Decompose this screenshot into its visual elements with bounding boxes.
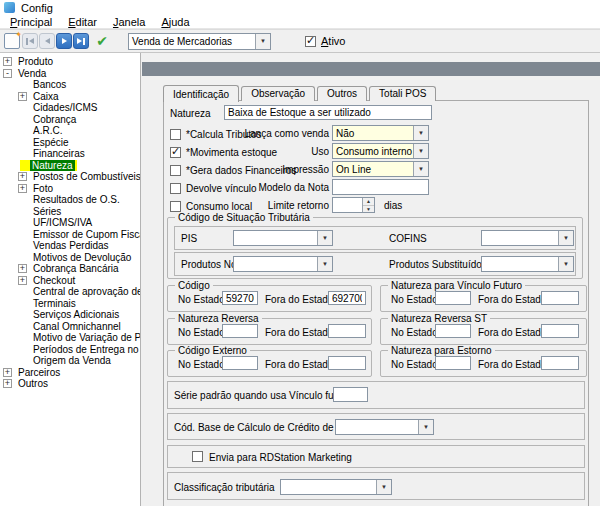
- natureza-reversa-fora-do-estado-input[interactable]: [328, 324, 366, 338]
- tree-item-series[interactable]: Séries: [0, 206, 140, 218]
- spin-up-icon[interactable]: ▲: [363, 198, 374, 206]
- ativo-checkbox[interactable]: ✓: [305, 36, 316, 47]
- chevron-down-icon[interactable]: ▼: [317, 257, 332, 271]
- consumo-local-checkbox[interactable]: ✓: [170, 201, 181, 212]
- menu-item-ajuda[interactable]: Ajuda: [153, 16, 197, 28]
- natureza-reversa-st-fora-do-estado-input[interactable]: [541, 324, 579, 338]
- modelo-da-nota-input[interactable]: [332, 179, 429, 195]
- tree-item-a-r-c[interactable]: A.R.C.: [0, 125, 140, 137]
- tree-item-resultados-de-o-s[interactable]: Resultados de O.S.: [0, 194, 140, 206]
- natureza-para-estorno-no-estado-input[interactable]: [435, 356, 471, 370]
- natureza-input[interactable]: [224, 105, 432, 120]
- tree-item-motivo-de-variacao-de-precos[interactable]: Motivo de Variação de Preços: [0, 332, 140, 344]
- produtos-normais-select[interactable]: ▼: [233, 256, 333, 272]
- calcula-tributos-checkbox[interactable]: ✓: [170, 129, 181, 140]
- impressao-select[interactable]: On Line▼: [332, 161, 429, 177]
- tree-item-origem-da-venda[interactable]: Origem da Venda: [0, 355, 140, 367]
- tree-item-motivos-de-devolucao[interactable]: Motivos de Devolução: [0, 252, 140, 264]
- serie-padrao-input[interactable]: [333, 387, 368, 402]
- tab-identificacao[interactable]: Identificação: [163, 85, 239, 102]
- classificacao-select[interactable]: ▼: [280, 479, 392, 495]
- codigo-fora-do-estado-input[interactable]: [328, 291, 366, 305]
- cofins-select[interactable]: ▼: [481, 230, 574, 246]
- spin-down-icon[interactable]: ▼: [363, 206, 374, 213]
- natureza-para-estorno-fora-do-estado-input[interactable]: [541, 356, 579, 370]
- chevron-down-icon[interactable]: ▼: [413, 126, 428, 140]
- menu-item-editar[interactable]: Editar: [60, 16, 105, 28]
- cod-base-select[interactable]: ▼: [335, 419, 434, 435]
- natureza-reversa-st-no-estado-input[interactable]: [435, 324, 471, 338]
- chevron-down-icon[interactable]: ▼: [376, 480, 391, 494]
- expand-plus-icon[interactable]: +: [18, 92, 27, 101]
- tree-item-especie[interactable]: Espécie: [0, 137, 140, 149]
- tree-item-checkout[interactable]: +Checkout: [0, 275, 140, 287]
- record-type-select[interactable]: Venda de Mercadorias ▼: [128, 33, 271, 50]
- rdstation-checkbox[interactable]: ✓: [192, 451, 203, 462]
- tree-item-postos-de-combustiveis[interactable]: +Postos de Combustíveis: [0, 171, 140, 183]
- chevron-down-icon[interactable]: ▼: [413, 144, 428, 158]
- expand-plus-icon[interactable]: +: [3, 57, 12, 66]
- tree-item-natureza[interactable]: Natureza: [0, 160, 140, 172]
- tree-item-outros[interactable]: +Outros: [0, 378, 140, 390]
- limite-retorno-spinner[interactable]: ▲▼: [332, 197, 375, 213]
- tree-item-produto[interactable]: +Produto: [0, 56, 140, 68]
- tree-item-central-de-aprovacao-de-credito[interactable]: Central de aprovação de crédito: [0, 286, 140, 298]
- chevron-down-icon[interactable]: ▼: [317, 231, 332, 245]
- devolve-vinculo-checkbox[interactable]: ✓: [170, 183, 181, 194]
- tree-item-cobranca[interactable]: Cobrança: [0, 114, 140, 126]
- codigo-no-estado-input[interactable]: [222, 291, 258, 305]
- natureza-para-vinculo-futuro-no-estado-input[interactable]: [435, 291, 471, 305]
- produtos-substituidos-select[interactable]: ▼: [481, 256, 574, 272]
- codigo-externo-fora-do-estado-input[interactable]: [328, 356, 366, 370]
- expand-plus-icon[interactable]: +: [3, 379, 12, 388]
- chevron-down-icon[interactable]: ▼: [558, 231, 573, 245]
- nav-prev-button[interactable]: [39, 33, 55, 49]
- tab-observacao[interactable]: Observação: [241, 86, 315, 101]
- tab-totali-pos[interactable]: Totali POS: [369, 86, 436, 101]
- spinner-buttons[interactable]: ▲▼: [362, 198, 374, 212]
- tree-item-parceiros[interactable]: +Parceiros: [0, 367, 140, 379]
- chevron-down-icon[interactable]: ▼: [413, 162, 428, 176]
- chevron-down-icon[interactable]: ▼: [418, 420, 433, 434]
- tree-item-financeiras[interactable]: Financeiras: [0, 148, 140, 160]
- lanca-como-venda-select[interactable]: Não▼: [332, 125, 429, 141]
- tree-item-cobranca-bancaria[interactable]: +Cobrança Bancária: [0, 263, 140, 275]
- tree-item-vendas-perdidas[interactable]: Vendas Perdidas: [0, 240, 140, 252]
- tree-item-caixa[interactable]: +Caixa: [0, 91, 140, 103]
- gera-dados-financeiros-checkbox[interactable]: ✓: [170, 165, 181, 176]
- tree-item-canal-omnichannel[interactable]: Canal Omnichannel: [0, 321, 140, 333]
- nav-last-button[interactable]: [73, 33, 89, 49]
- tree-item-uf-icms-iva[interactable]: UF/ICMS/IVA: [0, 217, 140, 229]
- expand-plus-icon[interactable]: +: [18, 172, 27, 181]
- natureza-reversa-no-estado-input[interactable]: [222, 324, 258, 338]
- nav-next-button[interactable]: [56, 33, 72, 49]
- tree-item-foto[interactable]: +Foto: [0, 183, 140, 195]
- chevron-down-icon[interactable]: ▼: [558, 257, 573, 271]
- tree-item-servicos-adicionais[interactable]: Serviços Adicionais: [0, 309, 140, 321]
- menu-item-janela[interactable]: Janela: [105, 16, 153, 28]
- tree-item-cidades-icms[interactable]: Cidades/ICMS: [0, 102, 140, 114]
- expand-plus-icon[interactable]: +: [3, 368, 12, 377]
- tree-item-terminais[interactable]: Terminais: [0, 298, 140, 310]
- tab-outros[interactable]: Outros: [317, 86, 367, 101]
- new-record-button[interactable]: ✦: [4, 33, 20, 49]
- tree-item-emissor-de-cupom-fiscal[interactable]: Emissor de Cupom Fiscal: [0, 229, 140, 241]
- nav-first-button[interactable]: [22, 33, 38, 49]
- movimenta-estoque-checkbox[interactable]: ✓: [170, 147, 181, 158]
- serie-padrao-label: Série padrão quando usa Vínculo futuro: [174, 390, 351, 401]
- confirm-button[interactable]: ✔: [94, 33, 110, 49]
- chevron-down-icon[interactable]: ▼: [255, 34, 270, 49]
- menu-item-principal[interactable]: Principal: [2, 16, 60, 28]
- fora-do-estado-label: Fora do Estado: [265, 294, 333, 305]
- codigo-externo-no-estado-input[interactable]: [222, 356, 258, 370]
- uso-select[interactable]: Consumo interno▼: [332, 143, 429, 159]
- expand-plus-icon[interactable]: +: [18, 276, 27, 285]
- pis-select[interactable]: ▼: [233, 230, 333, 246]
- expand-plus-icon[interactable]: +: [18, 264, 27, 273]
- natureza-para-vinculo-futuro-fora-do-estado-input[interactable]: [541, 291, 579, 305]
- expand-plus-icon[interactable]: +: [18, 184, 27, 193]
- tree-item-bancos[interactable]: Bancos: [0, 79, 140, 91]
- tree-item-periodos-de-entrega-no-order[interactable]: Períodos de Entrega no Order: [0, 344, 140, 356]
- collapse-minus-icon[interactable]: -: [3, 69, 12, 78]
- tree-item-venda[interactable]: -Venda: [0, 68, 140, 80]
